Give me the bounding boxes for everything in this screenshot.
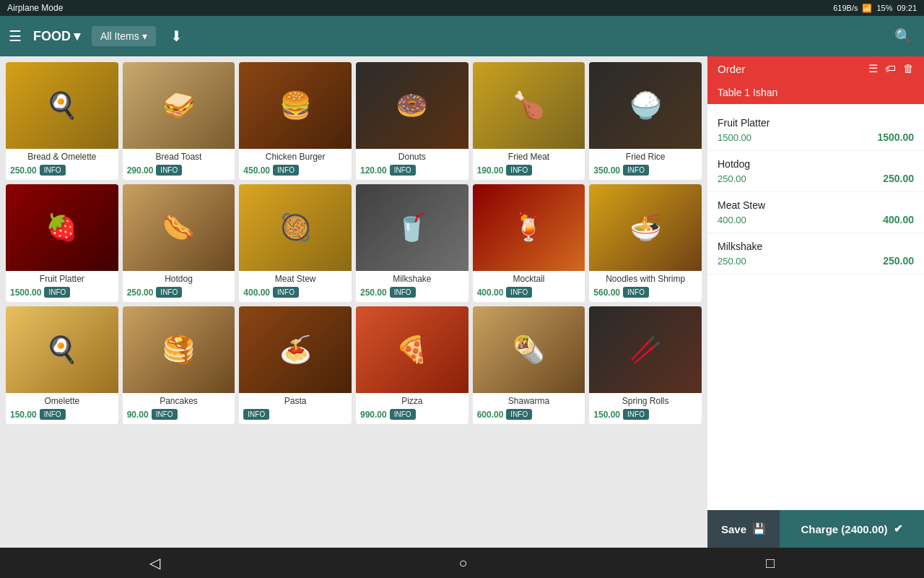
- food-card-name: Meat Stew: [243, 274, 347, 284]
- food-card[interactable]: 🍳Omelette150.00INFO: [6, 306, 118, 424]
- food-card-price: 150.00: [10, 410, 37, 420]
- food-card[interactable]: 🍔Chicken Burger450.00INFO: [239, 62, 352, 180]
- order-item-unit-price: 1500.00: [718, 132, 751, 143]
- food-card-name: Milkshake: [360, 274, 464, 284]
- order-footer: Save 💾 Charge (2400.00) ✔: [707, 510, 924, 548]
- table-info-bar: Table 1 Ishan: [707, 81, 924, 104]
- food-card[interactable]: 🍗Fried Meat190.00INFO: [473, 62, 585, 180]
- hamburger-menu-icon[interactable]: ☰: [9, 27, 22, 45]
- food-card-name: Mocktail: [477, 274, 581, 284]
- back-button[interactable]: ◁: [149, 554, 160, 571]
- food-card[interactable]: 🥢Spring Rolls150.00INFO: [589, 306, 702, 424]
- food-info-button[interactable]: INFO: [152, 409, 178, 420]
- charge-check-icon: ✔: [894, 522, 903, 535]
- food-card-image: 🍔: [239, 62, 352, 149]
- food-info-button[interactable]: INFO: [506, 287, 532, 298]
- food-card-price: 250.00: [127, 288, 154, 298]
- food-card-image: 🥞: [123, 306, 235, 393]
- recents-button[interactable]: □: [766, 555, 775, 571]
- food-card-image: 🍹: [473, 184, 585, 271]
- airplane-mode-label: Airplane Mode: [7, 3, 63, 13]
- top-nav: ☰ FOOD ▾ All Items ▾ ⬇ 🔍: [0, 16, 924, 56]
- food-card-price: 250.00: [10, 165, 37, 176]
- food-card[interactable]: 🍚Fried Rice350.00INFO: [589, 62, 702, 180]
- food-card[interactable]: 🍹Mocktail400.00INFO: [473, 184, 585, 302]
- food-card[interactable]: 🥪Bread Toast290.00INFO: [123, 62, 235, 180]
- order-item[interactable]: Hotdog250.00250.00: [707, 151, 924, 192]
- order-item[interactable]: Fruit Platter1500.001500.00: [707, 110, 924, 151]
- food-info-button[interactable]: INFO: [156, 287, 182, 298]
- food-card-name: Pancakes: [127, 396, 231, 406]
- food-card-image: 🍗: [473, 62, 585, 149]
- food-card-name: Omelette: [10, 396, 114, 406]
- battery-level: 15%: [876, 4, 892, 12]
- food-grid: 🍳Bread & Omelette250.00INFO🥪Bread Toast2…: [6, 62, 702, 424]
- order-list-icon[interactable]: ☰: [868, 62, 878, 75]
- charge-button[interactable]: Charge (2400.00) ✔: [780, 510, 924, 548]
- food-card[interactable]: 🌯Shawarma600.00INFO: [473, 306, 585, 424]
- food-card-price: 190.00: [477, 165, 504, 176]
- food-info-button[interactable]: INFO: [623, 165, 649, 176]
- order-tag-icon[interactable]: 🏷: [885, 62, 896, 75]
- food-info-button[interactable]: INFO: [390, 165, 416, 176]
- food-card[interactable]: 🍕Pizza990.00INFO: [356, 306, 468, 424]
- food-card-name: Bread & Omelette: [10, 152, 114, 162]
- order-item[interactable]: Milkshake250.00250.00: [707, 233, 924, 275]
- food-info-button[interactable]: INFO: [506, 409, 532, 420]
- food-card[interactable]: 🌭Hotdog250.00INFO: [123, 184, 235, 302]
- food-card[interactable]: 🥤Milkshake250.00INFO: [356, 184, 468, 302]
- food-card-price: 400.00: [477, 288, 504, 298]
- food-card-price: 600.00: [477, 410, 504, 420]
- food-card-price: 290.00: [127, 165, 154, 176]
- all-items-button[interactable]: All Items ▾: [92, 26, 156, 46]
- food-info-button[interactable]: INFO: [390, 287, 416, 298]
- order-item-unit-price: 400.00: [718, 215, 746, 225]
- status-bar: Airplane Mode 619B/s 📶 15% 09:21: [0, 0, 924, 16]
- save-icon: 💾: [752, 522, 766, 535]
- food-info-button[interactable]: INFO: [273, 165, 299, 176]
- order-title: Order: [718, 63, 745, 75]
- save-button[interactable]: Save 💾: [707, 510, 780, 548]
- food-card[interactable]: 🍩Donuts120.00INFO: [356, 62, 468, 180]
- food-card-name: Chicken Burger: [243, 152, 347, 162]
- food-info-button[interactable]: INFO: [243, 409, 269, 420]
- food-card-name: Fruit Platter: [10, 274, 114, 284]
- food-info-button[interactable]: INFO: [623, 409, 649, 420]
- order-item-total: 1500.00: [877, 131, 914, 143]
- search-button[interactable]: 🔍: [892, 25, 915, 48]
- order-top-bar: Order ☰ 🏷 🗑: [707, 56, 924, 81]
- food-card[interactable]: 🍜Noodles with Shrimp560.00INFO: [589, 184, 702, 302]
- status-bar-right: 619B/s 📶 15% 09:21: [833, 4, 917, 13]
- food-info-button[interactable]: INFO: [273, 287, 299, 298]
- food-card-price: 400.00: [243, 288, 270, 298]
- food-label-text: FOOD: [33, 29, 71, 44]
- food-info-button[interactable]: INFO: [623, 287, 649, 298]
- save-label: Save: [721, 523, 746, 535]
- food-card-name: Shawarma: [477, 396, 581, 406]
- order-trash-icon[interactable]: 🗑: [903, 62, 914, 75]
- food-info-button[interactable]: INFO: [40, 409, 66, 420]
- nav-download-icon[interactable]: ⬇: [167, 25, 186, 48]
- menu-panel: 🍳Bread & Omelette250.00INFO🥪Bread Toast2…: [0, 56, 707, 548]
- food-card-price: 250.00: [360, 288, 387, 298]
- food-info-button[interactable]: INFO: [44, 287, 70, 298]
- food-card-price: 990.00: [360, 410, 387, 420]
- clock: 09:21: [897, 4, 917, 12]
- order-items-list: Fruit Platter1500.001500.00Hotdog250.002…: [707, 104, 924, 510]
- order-item-name: Meat Stew: [718, 199, 914, 211]
- home-button[interactable]: ○: [458, 555, 467, 571]
- food-card[interactable]: 🍓Fruit Platter1500.00INFO: [6, 184, 118, 302]
- food-info-button[interactable]: INFO: [156, 165, 182, 176]
- food-info-button[interactable]: INFO: [40, 165, 66, 176]
- food-card[interactable]: 🥞Pancakes90.00INFO: [123, 306, 235, 424]
- food-info-button[interactable]: INFO: [390, 409, 416, 420]
- order-item-name: Fruit Platter: [718, 117, 914, 129]
- order-item[interactable]: Meat Stew400.00400.00: [707, 192, 924, 233]
- food-card-image: 🥪: [123, 62, 235, 149]
- food-info-button[interactable]: INFO: [506, 165, 532, 176]
- food-app-label[interactable]: FOOD ▾: [33, 28, 80, 44]
- food-card[interactable]: 🥘Meat Stew400.00INFO: [239, 184, 352, 302]
- food-card-image: 🥢: [589, 306, 702, 393]
- food-card[interactable]: 🍳Bread & Omelette250.00INFO: [6, 62, 118, 180]
- food-card[interactable]: 🍝PastaINFO: [239, 306, 352, 424]
